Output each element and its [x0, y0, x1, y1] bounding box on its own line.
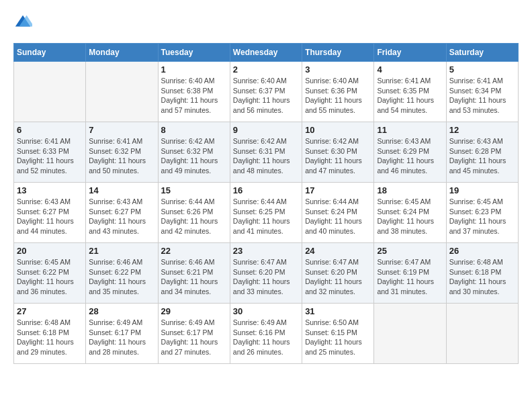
calendar-cell: 15Sunrise: 6:44 AM Sunset: 6:26 PM Dayli…	[158, 183, 230, 243]
day-number: 21	[89, 246, 154, 256]
day-detail: Sunrise: 6:40 AM Sunset: 6:37 PM Dayligh…	[233, 76, 299, 116]
calendar-header-sunday: Sunday	[14, 44, 86, 62]
day-number: 17	[305, 185, 371, 195]
day-number: 5	[449, 64, 515, 75]
calendar-cell: 9Sunrise: 6:42 AM Sunset: 6:31 PM Daylig…	[230, 122, 302, 183]
calendar-header-friday: Friday	[374, 44, 446, 62]
day-number: 30	[233, 306, 299, 316]
day-detail: Sunrise: 6:44 AM Sunset: 6:24 PM Dayligh…	[305, 197, 371, 236]
day-detail: Sunrise: 6:47 AM Sunset: 6:20 PM Dayligh…	[305, 257, 371, 297]
day-number: 12	[449, 125, 515, 135]
calendar-cell: 17Sunrise: 6:44 AM Sunset: 6:24 PM Dayli…	[302, 183, 374, 243]
calendar-cell: 23Sunrise: 6:47 AM Sunset: 6:20 PM Dayli…	[230, 243, 302, 304]
calendar-cell: 3Sunrise: 6:40 AM Sunset: 6:36 PM Daylig…	[302, 62, 374, 122]
calendar-cell: 27Sunrise: 6:48 AM Sunset: 6:18 PM Dayli…	[14, 304, 86, 364]
calendar-cell: 12Sunrise: 6:43 AM Sunset: 6:28 PM Dayli…	[446, 122, 518, 183]
calendar-week-3: 20Sunrise: 6:45 AM Sunset: 6:22 PM Dayli…	[14, 243, 519, 304]
day-detail: Sunrise: 6:45 AM Sunset: 6:22 PM Dayligh…	[17, 257, 83, 297]
calendar-cell	[446, 304, 518, 364]
day-detail: Sunrise: 6:44 AM Sunset: 6:26 PM Dayligh…	[161, 197, 227, 236]
day-number: 29	[161, 306, 227, 316]
calendar-header-tuesday: Tuesday	[158, 44, 230, 62]
day-number: 25	[377, 246, 443, 256]
calendar-cell: 13Sunrise: 6:43 AM Sunset: 6:27 PM Dayli…	[14, 183, 86, 243]
day-number: 2	[233, 64, 299, 75]
day-number: 22	[161, 246, 227, 256]
calendar-table: SundayMondayTuesdayWednesdayThursdayFrid…	[13, 43, 519, 364]
day-detail: Sunrise: 6:46 AM Sunset: 6:21 PM Dayligh…	[161, 257, 227, 297]
calendar-cell: 1Sunrise: 6:40 AM Sunset: 6:38 PM Daylig…	[158, 62, 230, 122]
logo-icon	[13, 13, 32, 32]
calendar-cell: 11Sunrise: 6:43 AM Sunset: 6:29 PM Dayli…	[374, 122, 446, 183]
calendar-cell: 24Sunrise: 6:47 AM Sunset: 6:20 PM Dayli…	[302, 243, 374, 304]
day-number: 24	[305, 246, 371, 256]
day-number: 13	[17, 185, 83, 195]
day-number: 31	[305, 306, 371, 316]
calendar-cell: 20Sunrise: 6:45 AM Sunset: 6:22 PM Dayli…	[14, 243, 86, 304]
calendar-header-row: SundayMondayTuesdayWednesdayThursdayFrid…	[14, 44, 519, 62]
day-number: 15	[161, 185, 227, 195]
calendar-cell: 26Sunrise: 6:48 AM Sunset: 6:18 PM Dayli…	[446, 243, 518, 304]
day-number: 11	[377, 125, 443, 135]
day-detail: Sunrise: 6:43 AM Sunset: 6:28 PM Dayligh…	[449, 136, 515, 176]
day-detail: Sunrise: 6:41 AM Sunset: 6:34 PM Dayligh…	[449, 76, 515, 116]
day-detail: Sunrise: 6:48 AM Sunset: 6:18 PM Dayligh…	[449, 257, 515, 297]
calendar-cell: 5Sunrise: 6:41 AM Sunset: 6:34 PM Daylig…	[446, 62, 518, 122]
calendar-cell: 6Sunrise: 6:41 AM Sunset: 6:33 PM Daylig…	[14, 122, 86, 183]
day-number: 20	[17, 246, 83, 256]
day-number: 7	[89, 125, 154, 135]
calendar-cell: 25Sunrise: 6:47 AM Sunset: 6:19 PM Dayli…	[374, 243, 446, 304]
day-detail: Sunrise: 6:49 AM Sunset: 6:16 PM Dayligh…	[233, 318, 299, 357]
day-number: 9	[233, 125, 299, 135]
page-header	[13, 13, 519, 32]
day-detail: Sunrise: 6:45 AM Sunset: 6:24 PM Dayligh…	[377, 197, 443, 236]
calendar-cell	[14, 62, 86, 122]
day-number: 1	[161, 64, 227, 75]
calendar-cell: 21Sunrise: 6:46 AM Sunset: 6:22 PM Dayli…	[86, 243, 158, 304]
day-detail: Sunrise: 6:42 AM Sunset: 6:31 PM Dayligh…	[233, 136, 299, 176]
calendar-week-4: 27Sunrise: 6:48 AM Sunset: 6:18 PM Dayli…	[14, 304, 519, 364]
day-detail: Sunrise: 6:46 AM Sunset: 6:22 PM Dayligh…	[89, 257, 154, 297]
day-detail: Sunrise: 6:41 AM Sunset: 6:35 PM Dayligh…	[377, 76, 443, 116]
day-number: 10	[305, 125, 371, 135]
day-number: 27	[17, 306, 83, 316]
day-detail: Sunrise: 6:50 AM Sunset: 6:15 PM Dayligh…	[305, 318, 371, 357]
day-detail: Sunrise: 6:49 AM Sunset: 6:17 PM Dayligh…	[161, 318, 227, 357]
day-detail: Sunrise: 6:40 AM Sunset: 6:38 PM Dayligh…	[161, 76, 227, 116]
calendar-cell: 16Sunrise: 6:44 AM Sunset: 6:25 PM Dayli…	[230, 183, 302, 243]
calendar-cell: 14Sunrise: 6:43 AM Sunset: 6:27 PM Dayli…	[86, 183, 158, 243]
day-number: 3	[305, 64, 371, 75]
day-detail: Sunrise: 6:47 AM Sunset: 6:19 PM Dayligh…	[377, 257, 443, 297]
day-number: 26	[449, 246, 515, 256]
calendar-cell: 22Sunrise: 6:46 AM Sunset: 6:21 PM Dayli…	[158, 243, 230, 304]
day-number: 6	[17, 125, 83, 135]
calendar-cell: 8Sunrise: 6:42 AM Sunset: 6:32 PM Daylig…	[158, 122, 230, 183]
day-detail: Sunrise: 6:41 AM Sunset: 6:32 PM Dayligh…	[89, 136, 154, 176]
calendar-week-1: 6Sunrise: 6:41 AM Sunset: 6:33 PM Daylig…	[14, 122, 519, 183]
calendar-header-monday: Monday	[86, 44, 158, 62]
day-detail: Sunrise: 6:41 AM Sunset: 6:33 PM Dayligh…	[17, 136, 83, 176]
calendar-cell: 30Sunrise: 6:49 AM Sunset: 6:16 PM Dayli…	[230, 304, 302, 364]
day-detail: Sunrise: 6:43 AM Sunset: 6:27 PM Dayligh…	[89, 197, 154, 236]
day-detail: Sunrise: 6:42 AM Sunset: 6:30 PM Dayligh…	[305, 136, 371, 176]
day-detail: Sunrise: 6:47 AM Sunset: 6:20 PM Dayligh…	[233, 257, 299, 297]
calendar-cell: 28Sunrise: 6:49 AM Sunset: 6:17 PM Dayli…	[86, 304, 158, 364]
day-detail: Sunrise: 6:45 AM Sunset: 6:23 PM Dayligh…	[449, 197, 515, 236]
calendar-header-saturday: Saturday	[446, 44, 518, 62]
day-number: 16	[233, 185, 299, 195]
logo	[13, 13, 35, 32]
day-number: 19	[449, 185, 515, 195]
day-detail: Sunrise: 6:42 AM Sunset: 6:32 PM Dayligh…	[161, 136, 227, 176]
day-number: 18	[377, 185, 443, 195]
calendar-cell: 2Sunrise: 6:40 AM Sunset: 6:37 PM Daylig…	[230, 62, 302, 122]
day-detail: Sunrise: 6:40 AM Sunset: 6:36 PM Dayligh…	[305, 76, 371, 116]
day-detail: Sunrise: 6:43 AM Sunset: 6:29 PM Dayligh…	[377, 136, 443, 176]
calendar-header-thursday: Thursday	[302, 44, 374, 62]
calendar-cell: 29Sunrise: 6:49 AM Sunset: 6:17 PM Dayli…	[158, 304, 230, 364]
calendar-cell: 18Sunrise: 6:45 AM Sunset: 6:24 PM Dayli…	[374, 183, 446, 243]
calendar-cell: 7Sunrise: 6:41 AM Sunset: 6:32 PM Daylig…	[86, 122, 158, 183]
day-number: 28	[89, 306, 154, 316]
day-number: 14	[89, 185, 154, 195]
calendar-header-wednesday: Wednesday	[230, 44, 302, 62]
calendar-cell: 31Sunrise: 6:50 AM Sunset: 6:15 PM Dayli…	[302, 304, 374, 364]
